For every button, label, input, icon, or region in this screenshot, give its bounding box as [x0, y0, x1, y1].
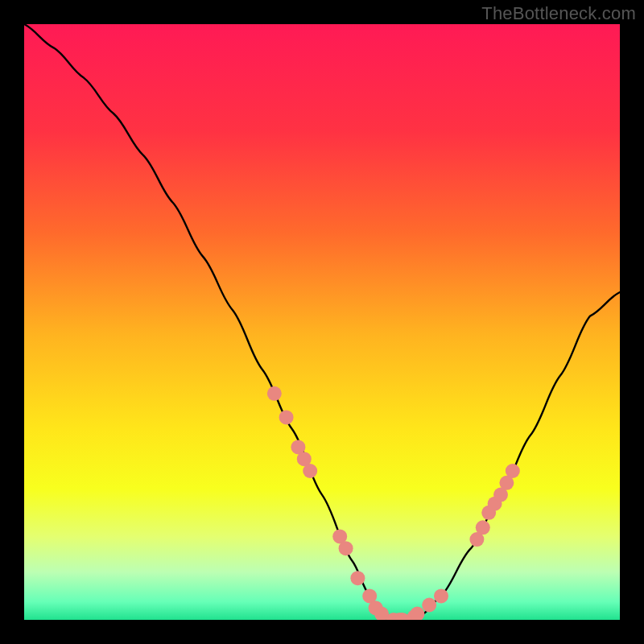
marker-dot	[279, 410, 294, 424]
marker-dot	[339, 541, 353, 555]
marker-dot	[303, 464, 317, 478]
highlight-markers	[267, 386, 520, 620]
marker-dot	[410, 607, 424, 620]
marker-dot	[422, 598, 436, 613]
marker-dot	[350, 571, 365, 585]
watermark-text: TheBottleneck.com	[481, 3, 636, 24]
chart-frame	[24, 24, 620, 620]
chart-overlay	[24, 24, 620, 620]
bottleneck-curve	[24, 24, 620, 620]
marker-dot	[267, 386, 282, 401]
marker-dot	[506, 464, 520, 478]
marker-dot	[434, 588, 448, 603]
marker-dot	[476, 520, 490, 535]
